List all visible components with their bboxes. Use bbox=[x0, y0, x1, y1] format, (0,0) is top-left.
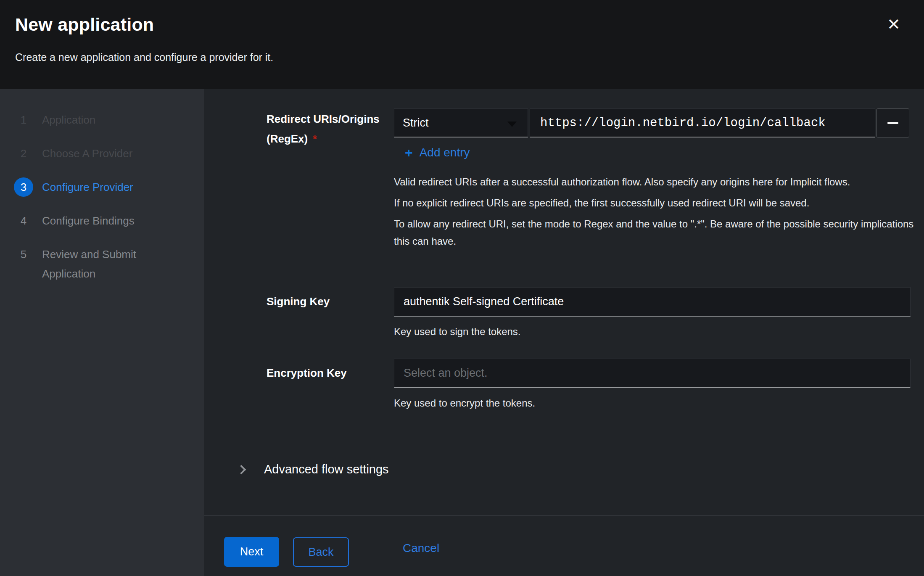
step-number: 1 bbox=[21, 110, 26, 129]
signing-key-label: Signing Key bbox=[267, 292, 330, 312]
minus-icon bbox=[887, 122, 898, 124]
step-label: Review and Submit Application bbox=[42, 245, 162, 283]
encryption-key-label: Encryption Key bbox=[267, 363, 347, 383]
step-label: Configure Bindings bbox=[42, 211, 135, 230]
close-icon: ✕ bbox=[887, 15, 900, 34]
caret-down-icon bbox=[507, 122, 517, 127]
redirect-help-text: Valid redirect URIs after a successful a… bbox=[394, 173, 919, 254]
step-number: 2 bbox=[21, 144, 26, 163]
remove-entry-button[interactable] bbox=[876, 108, 909, 137]
step-label: Application bbox=[42, 110, 95, 129]
step-label: Configure Provider bbox=[42, 177, 133, 197]
add-entry-button[interactable]: + Add entry bbox=[405, 146, 470, 159]
modal-header: New application Create a new application… bbox=[0, 0, 924, 89]
signing-key-select[interactable] bbox=[394, 287, 911, 317]
next-button[interactable]: Next bbox=[224, 537, 279, 567]
wizard-steps-nav: 1 Application 2 Choose A Provider 3 Conf… bbox=[0, 89, 204, 576]
step-number-active-badge: 3 bbox=[14, 177, 33, 197]
chevron-right-icon bbox=[237, 465, 246, 474]
footer-divider bbox=[204, 515, 924, 516]
steps-list: 1 Application 2 Choose A Provider 3 Conf… bbox=[0, 89, 204, 283]
step-configure-provider[interactable]: 3 Configure Provider bbox=[0, 177, 204, 197]
advanced-flow-settings-expander[interactable]: Advanced flow settings bbox=[238, 462, 389, 476]
step-number: 5 bbox=[21, 245, 26, 264]
redirect-uri-input[interactable] bbox=[530, 108, 875, 137]
plus-icon: + bbox=[405, 146, 413, 159]
redirect-uris-label: Redirect URIs/Origins (RegEx)* bbox=[267, 109, 380, 149]
required-asterisk: * bbox=[313, 133, 317, 145]
step-choose-provider[interactable]: 2 Choose A Provider bbox=[0, 144, 204, 163]
redirect-mode-select[interactable]: Strict bbox=[394, 108, 528, 137]
encryption-key-help: Key used to encrypt the tokens. bbox=[394, 394, 535, 412]
page-title: New application bbox=[15, 14, 154, 35]
step-review-submit[interactable]: 5 Review and Submit Application bbox=[0, 245, 204, 283]
modal-subtitle: Create a new application and configure a… bbox=[15, 51, 273, 63]
step-application[interactable]: 1 Application bbox=[0, 110, 204, 129]
advanced-flow-settings-label: Advanced flow settings bbox=[264, 462, 389, 476]
new-application-modal: New application Create a new application… bbox=[0, 0, 924, 576]
cancel-button[interactable]: Cancel bbox=[403, 542, 439, 555]
add-entry-label: Add entry bbox=[420, 146, 470, 159]
encryption-key-select[interactable] bbox=[394, 359, 911, 388]
step-label: Choose A Provider bbox=[42, 144, 132, 163]
close-button[interactable]: ✕ bbox=[881, 12, 906, 37]
step-number: 4 bbox=[21, 211, 26, 230]
signing-key-help: Key used to sign the tokens. bbox=[394, 323, 521, 340]
step-configure-bindings[interactable]: 4 Configure Bindings bbox=[0, 211, 204, 230]
back-button[interactable]: Back bbox=[293, 537, 349, 567]
redirect-mode-value: Strict bbox=[403, 116, 429, 129]
